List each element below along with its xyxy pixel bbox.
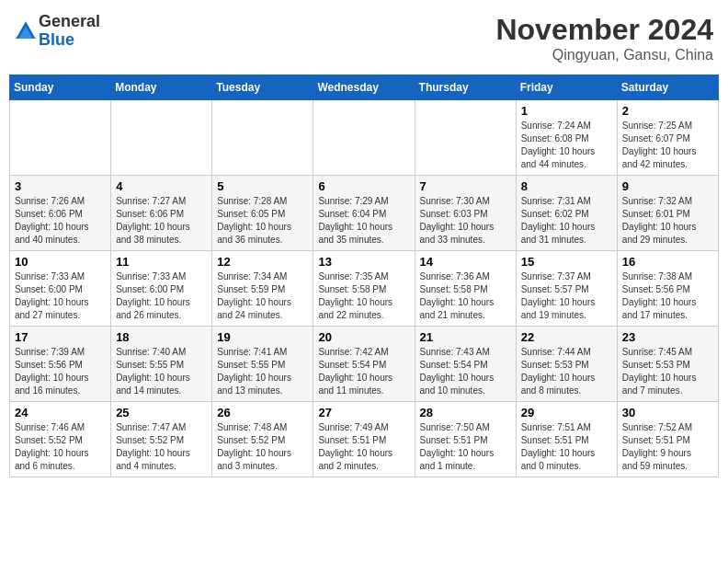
location: Qingyuan, Gansu, China [495, 47, 713, 63]
day-number: 20 [318, 330, 409, 344]
day-info: Sunrise: 7:29 AMSunset: 6:04 PMDaylight:… [318, 195, 409, 247]
day-number: 29 [521, 406, 612, 419]
calendar-cell: 24Sunrise: 7:46 AMSunset: 5:52 PMDayligh… [10, 402, 111, 477]
day-info: Sunrise: 7:52 AMSunset: 5:51 PMDaylight:… [622, 421, 713, 473]
day-info: Sunrise: 7:37 AMSunset: 5:57 PMDaylight:… [521, 270, 612, 322]
logo-icon [15, 17, 37, 45]
day-number: 16 [622, 255, 713, 269]
day-number: 4 [116, 179, 207, 193]
calendar-cell: 27Sunrise: 7:49 AMSunset: 5:51 PMDayligh… [313, 402, 415, 477]
calendar-cell [111, 100, 212, 176]
calendar-cell [212, 100, 313, 176]
day-number: 2 [622, 104, 713, 118]
day-number: 7 [420, 179, 511, 193]
calendar-cell: 10Sunrise: 7:33 AMSunset: 6:00 PMDayligh… [10, 251, 111, 327]
day-info: Sunrise: 7:28 AMSunset: 6:05 PMDaylight:… [217, 195, 308, 247]
calendar-cell: 25Sunrise: 7:47 AMSunset: 5:52 PMDayligh… [111, 402, 212, 477]
day-info: Sunrise: 7:40 AMSunset: 5:55 PMDaylight:… [116, 346, 207, 397]
day-info: Sunrise: 7:33 AMSunset: 6:00 PMDaylight:… [116, 270, 207, 322]
calendar-cell: 2Sunrise: 7:25 AMSunset: 6:07 PMDaylight… [617, 100, 718, 176]
calendar-cell: 23Sunrise: 7:45 AMSunset: 5:53 PMDayligh… [617, 327, 718, 402]
calendar-cell: 22Sunrise: 7:44 AMSunset: 5:53 PMDayligh… [516, 327, 617, 402]
logo-text: General Blue [39, 13, 100, 50]
day-number: 26 [217, 406, 308, 419]
calendar-cell: 13Sunrise: 7:35 AMSunset: 5:58 PMDayligh… [313, 251, 415, 327]
day-info: Sunrise: 7:35 AMSunset: 5:58 PMDaylight:… [318, 270, 409, 322]
day-info: Sunrise: 7:48 AMSunset: 5:52 PMDaylight:… [217, 421, 308, 473]
day-number: 25 [116, 406, 207, 419]
day-info: Sunrise: 7:32 AMSunset: 6:01 PMDaylight:… [622, 195, 713, 247]
calendar-cell: 20Sunrise: 7:42 AMSunset: 5:54 PMDayligh… [313, 327, 415, 402]
calendar-table: SundayMondayTuesdayWednesdayThursdayFrid… [9, 75, 719, 477]
calendar-cell: 5Sunrise: 7:28 AMSunset: 6:05 PMDaylight… [212, 176, 313, 251]
day-number: 22 [521, 330, 612, 344]
day-number: 10 [15, 255, 106, 269]
weekday-header-monday: Monday [111, 75, 212, 100]
weekday-header-tuesday: Tuesday [212, 75, 313, 100]
day-number: 5 [217, 179, 308, 193]
calendar-cell: 15Sunrise: 7:37 AMSunset: 5:57 PMDayligh… [516, 251, 617, 327]
calendar-cell: 3Sunrise: 7:26 AMSunset: 6:06 PMDaylight… [10, 176, 111, 251]
day-info: Sunrise: 7:46 AMSunset: 5:52 PMDaylight:… [15, 421, 106, 473]
day-number: 17 [15, 330, 106, 344]
calendar-cell: 21Sunrise: 7:43 AMSunset: 5:54 PMDayligh… [415, 327, 516, 402]
day-info: Sunrise: 7:38 AMSunset: 5:56 PMDaylight:… [622, 270, 713, 322]
calendar-cell: 4Sunrise: 7:27 AMSunset: 6:06 PMDaylight… [111, 176, 212, 251]
weekday-header-thursday: Thursday [415, 75, 516, 100]
day-number: 28 [420, 406, 511, 419]
day-info: Sunrise: 7:24 AMSunset: 6:08 PMDaylight:… [521, 120, 612, 171]
day-info: Sunrise: 7:30 AMSunset: 6:03 PMDaylight:… [420, 195, 511, 247]
calendar-cell: 18Sunrise: 7:40 AMSunset: 5:55 PMDayligh… [111, 327, 212, 402]
day-number: 27 [318, 406, 409, 419]
day-number: 24 [15, 406, 106, 419]
day-info: Sunrise: 7:45 AMSunset: 5:53 PMDaylight:… [622, 346, 713, 397]
weekday-header-wednesday: Wednesday [313, 75, 415, 100]
calendar-cell: 28Sunrise: 7:50 AMSunset: 5:51 PMDayligh… [415, 402, 516, 477]
logo-blue: Blue [39, 31, 100, 50]
page-header: General Blue November 2024 Qingyuan, Gan… [9, 9, 719, 67]
day-info: Sunrise: 7:27 AMSunset: 6:06 PMDaylight:… [116, 195, 207, 247]
calendar-cell [415, 100, 516, 176]
calendar-cell: 14Sunrise: 7:36 AMSunset: 5:58 PMDayligh… [415, 251, 516, 327]
day-number: 14 [420, 255, 511, 269]
day-info: Sunrise: 7:43 AMSunset: 5:54 PMDaylight:… [420, 346, 511, 397]
calendar-cell: 16Sunrise: 7:38 AMSunset: 5:56 PMDayligh… [617, 251, 718, 327]
day-info: Sunrise: 7:44 AMSunset: 5:53 PMDaylight:… [521, 346, 612, 397]
day-number: 21 [420, 330, 511, 344]
calendar-cell [313, 100, 415, 176]
week-row-4: 24Sunrise: 7:46 AMSunset: 5:52 PMDayligh… [10, 402, 719, 477]
calendar-cell: 7Sunrise: 7:30 AMSunset: 6:03 PMDaylight… [415, 176, 516, 251]
day-info: Sunrise: 7:33 AMSunset: 6:00 PMDaylight:… [15, 270, 106, 322]
day-number: 30 [622, 406, 713, 419]
day-number: 19 [217, 330, 308, 344]
week-row-0: 1Sunrise: 7:24 AMSunset: 6:08 PMDaylight… [10, 100, 719, 176]
day-info: Sunrise: 7:41 AMSunset: 5:55 PMDaylight:… [217, 346, 308, 397]
day-number: 6 [318, 179, 409, 193]
title-block: November 2024 Qingyuan, Gansu, China [495, 13, 713, 63]
day-info: Sunrise: 7:49 AMSunset: 5:51 PMDaylight:… [318, 421, 409, 473]
day-number: 11 [116, 255, 207, 269]
day-info: Sunrise: 7:25 AMSunset: 6:07 PMDaylight:… [622, 120, 713, 171]
logo-general: General [39, 13, 100, 31]
week-row-3: 17Sunrise: 7:39 AMSunset: 5:56 PMDayligh… [10, 327, 719, 402]
week-row-1: 3Sunrise: 7:26 AMSunset: 6:06 PMDaylight… [10, 176, 719, 251]
day-number: 18 [116, 330, 207, 344]
day-number: 23 [622, 330, 713, 344]
calendar-cell: 9Sunrise: 7:32 AMSunset: 6:01 PMDaylight… [617, 176, 718, 251]
calendar-cell: 17Sunrise: 7:39 AMSunset: 5:56 PMDayligh… [10, 327, 111, 402]
day-number: 1 [521, 104, 612, 118]
weekday-header-sunday: Sunday [10, 75, 111, 100]
day-info: Sunrise: 7:39 AMSunset: 5:56 PMDaylight:… [15, 346, 106, 397]
day-info: Sunrise: 7:42 AMSunset: 5:54 PMDaylight:… [318, 346, 409, 397]
week-row-2: 10Sunrise: 7:33 AMSunset: 6:00 PMDayligh… [10, 251, 719, 327]
calendar-cell: 26Sunrise: 7:48 AMSunset: 5:52 PMDayligh… [212, 402, 313, 477]
calendar-cell: 29Sunrise: 7:51 AMSunset: 5:51 PMDayligh… [516, 402, 617, 477]
weekday-header-saturday: Saturday [617, 75, 718, 100]
day-number: 9 [622, 179, 713, 193]
calendar-cell [10, 100, 111, 176]
day-info: Sunrise: 7:50 AMSunset: 5:51 PMDaylight:… [420, 421, 511, 473]
day-info: Sunrise: 7:51 AMSunset: 5:51 PMDaylight:… [521, 421, 612, 473]
day-info: Sunrise: 7:36 AMSunset: 5:58 PMDaylight:… [420, 270, 511, 322]
calendar-cell: 30Sunrise: 7:52 AMSunset: 5:51 PMDayligh… [617, 402, 718, 477]
day-number: 8 [521, 179, 612, 193]
